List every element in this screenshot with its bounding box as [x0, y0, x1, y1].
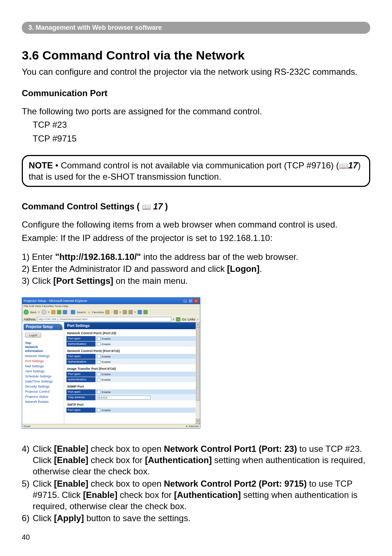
sidebar-item-datetime-settings[interactable]: Date/Time Settings [22, 379, 64, 384]
edit-icon[interactable] [128, 310, 133, 314]
value-enable: Enable [95, 342, 198, 347]
step1-pre: 1) Enter [22, 252, 55, 262]
checkbox[interactable] [97, 360, 101, 364]
sidebar-item-mail-settings[interactable]: Mail Settings [22, 364, 64, 369]
t: check box for [117, 490, 174, 500]
row-imgport-open: Port open Enable [66, 372, 198, 377]
checkbox[interactable] [97, 390, 101, 394]
step6-num: 6) [22, 512, 33, 524]
checkbox[interactable] [97, 337, 101, 340]
sidebar-item-port-settings[interactable]: Port Settings [22, 359, 64, 364]
value-enable: Enable [95, 389, 198, 394]
section-snmp: SNMP Port [64, 383, 200, 389]
ie-window-title: Projector Setup - Microsoft Internet Exp… [24, 299, 87, 303]
row-ncport1-auth: Authentication Enable [66, 342, 198, 347]
step-5: 5) Click [Enable] check box to open Netw… [22, 478, 370, 512]
t: [Enable] [54, 455, 89, 465]
label-auth: Authentication [66, 377, 95, 382]
trap-address-input[interactable]: 0.0.0.0 [97, 396, 151, 400]
forward-icon[interactable] [41, 310, 46, 315]
enable-text: Enable [102, 337, 111, 340]
book-icon: 📖 [142, 203, 151, 211]
t: Network Control Port2 (Port: 9715) [164, 479, 307, 488]
research-icon[interactable] [143, 310, 148, 314]
enable-text: Enable [102, 343, 111, 346]
step-1: 1) Enter "http://192.168.1.10/" into the… [22, 251, 370, 262]
note-paren-close: ) [358, 160, 361, 170]
sidebar-item-security-settings[interactable]: Security Settings [22, 384, 64, 389]
checkbox[interactable] [97, 355, 101, 358]
sidebar-top-label: Top: [25, 341, 32, 345]
ccs-paren-open: ( [137, 201, 140, 212]
step3-post: on the main menu. [113, 276, 188, 286]
sidebar-item-projector-status[interactable]: Projector Status [22, 394, 64, 399]
home-icon[interactable] [63, 310, 67, 314]
comm-port-text: The following two ports are assigned for… [22, 106, 370, 117]
discuss-icon[interactable] [138, 310, 142, 314]
url-field[interactable]: http://192.168.1.10/admin/portset.html [37, 317, 171, 322]
sidebar-item-network-settings[interactable]: Network Settings [22, 353, 64, 359]
row-ncport2-open: Port open Enable [66, 354, 198, 359]
step-4: 4) Click [Enable] check box to open Netw… [22, 443, 370, 477]
section-ncport1: Network Control Port1 (Port:23) [64, 329, 200, 336]
search-label: Search [77, 311, 86, 314]
checkbox[interactable] [97, 372, 101, 376]
links-label[interactable]: Links [188, 318, 195, 321]
label-port-open: Port open [66, 408, 95, 413]
enable-text: Enable [102, 360, 111, 364]
ccs-page-ref: 17 [153, 201, 163, 212]
value-enable: Enable [95, 408, 198, 413]
minimize-icon[interactable]: _ [183, 299, 188, 303]
print-icon[interactable] [123, 310, 127, 314]
main-panel-header: Port Settings [64, 322, 200, 329]
sidebar-item-schedule-settings[interactable]: Schedule Settings [22, 374, 64, 379]
stop-icon[interactable] [51, 310, 56, 314]
sidebar: Projector Setup Logoff Top: Network Info… [22, 322, 64, 424]
close-icon[interactable]: × [193, 299, 199, 303]
checkbox[interactable] [97, 342, 101, 346]
sidebar-information-label: Information [25, 349, 43, 353]
mail-icon[interactable] [114, 310, 118, 314]
sidebar-item-projector-control[interactable]: Projector Control [22, 389, 64, 394]
logoff-button[interactable]: Logoff [25, 333, 41, 338]
favorites-icon[interactable]: ★ [87, 310, 91, 314]
tcp-port-23: TCP #23 [22, 119, 370, 130]
ie-menubar[interactable]: File Edit View Favorites Tools Help [22, 304, 200, 308]
ie-window-controls: _▢× [182, 299, 199, 303]
ie-toolbar: Back ▾ ▾ | Search ★ Favorites | ▾ ▾ [22, 308, 200, 316]
scroll-thumb[interactable] [196, 327, 200, 401]
t: [Enable] [83, 490, 118, 500]
scroll-up-icon[interactable]: ▴ [196, 322, 200, 327]
step1-url: "http://192.168.1.10/" [55, 252, 141, 262]
enable-text: Enable [102, 409, 111, 412]
refresh-icon[interactable] [57, 310, 61, 314]
row-imgport-auth: Authentication Enable [66, 377, 198, 382]
t: Network Control Port1 (Port: 23) [164, 444, 297, 454]
step2-post: . [260, 264, 262, 274]
tcp-port-9715: TCP #9715 [22, 133, 370, 144]
scroll-down-icon[interactable]: ▾ [196, 419, 200, 424]
value-enable: Enable [95, 372, 198, 377]
row-ncport1-open: Port open Enable [66, 336, 198, 341]
steps-1-3: 1) Enter "http://192.168.1.10/" into the… [22, 251, 370, 287]
back-icon[interactable] [24, 310, 29, 315]
history-icon[interactable] [105, 310, 110, 314]
step-3: 3) Click [Port Settings] on the main men… [22, 275, 370, 286]
t: [Enable] [54, 479, 89, 488]
enable-text: Enable [102, 373, 111, 376]
scrollbar[interactable]: ▴ ▾ [196, 322, 200, 424]
sidebar-item-network-restart[interactable]: Network Restart [22, 399, 64, 404]
step-2: 2) Enter the Administrator ID and passwo… [22, 263, 370, 274]
chapter-header: 3. Management with Web browser software [22, 22, 370, 34]
checkbox[interactable] [97, 408, 101, 412]
value-enable: Enable [95, 359, 198, 364]
back-label: Back [30, 311, 37, 314]
go-button[interactable]: → [176, 317, 180, 322]
sidebar-item-alert-settings[interactable]: Alert Settings [22, 369, 64, 374]
checkbox[interactable] [97, 378, 101, 381]
maximize-icon[interactable]: ▢ [188, 299, 193, 303]
search-icon[interactable] [71, 310, 75, 314]
t: Click [33, 444, 54, 454]
step2-pre: 2) Enter the Administrator ID and passwo… [22, 264, 227, 274]
sidebar-top[interactable]: Top: Network Information [22, 340, 64, 353]
